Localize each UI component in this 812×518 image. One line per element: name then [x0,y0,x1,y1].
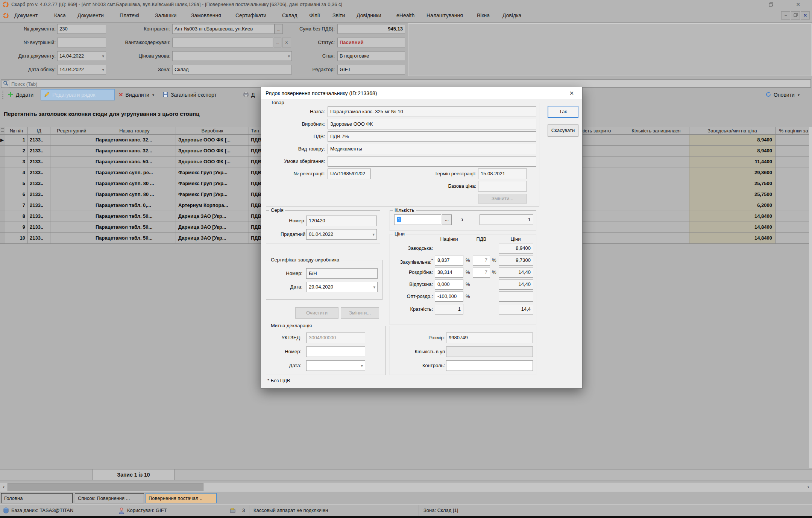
close-icon[interactable]: ✕ [567,89,576,98]
chevron-down-icon[interactable]: ▾ [102,65,104,74]
product-vat-label: ПДВ: [269,131,325,142]
menu-certificates[interactable]: Сертифікати [233,9,269,22]
vertical-scrollbar[interactable] [809,127,812,468]
menu-payments[interactable]: Платежі [117,9,141,22]
wholesale-markup-field[interactable]: -100,000 [435,291,463,302]
tab-home[interactable]: Головна [1,493,73,503]
ok-button[interactable]: Так [548,106,578,118]
cancel-button[interactable]: Скасувати [548,125,578,137]
menu-help[interactable]: Довідка [500,9,524,22]
certificate-date-field[interactable]: 29.04.2020▾ [306,282,378,292]
selling-markup-field[interactable]: 0,000 [435,279,463,290]
header-factory-price[interactable]: Заводська/митна ціна [689,127,776,135]
menu-windows[interactable]: Вікна [475,9,492,22]
internal-number-field[interactable] [57,38,106,47]
menu-ehealth[interactable]: eHealth [394,9,417,22]
chevron-down-icon[interactable]: ▾ [361,361,363,371]
close-icon[interactable]: ✕ [793,0,803,9]
scrollbar-thumb[interactable] [8,483,203,491]
delete-button[interactable]: ✕ Видалити▾ [118,89,154,100]
menu-document[interactable]: Документ [12,9,40,22]
multiplicity-field[interactable]: 1 [435,304,463,314]
account-date-field[interactable]: 14.04.2022▾ [57,65,106,74]
purchase-markup-field[interactable]: 8,837 [435,255,463,266]
minimize-icon[interactable]: — [739,0,750,9]
customs-number-field[interactable] [306,346,365,357]
reg-term-field[interactable]: 15.08.2021 [478,169,527,179]
certificate-number-field[interactable]: Б/Н [306,268,378,279]
mdi-minimize-icon[interactable]: − [781,11,790,20]
tab-return-list[interactable]: Список: Повернення ... [75,493,144,503]
header-name[interactable]: Назва товару [93,127,176,135]
menu-reports[interactable]: Звіти [330,9,347,22]
add-button[interactable]: Додати [8,89,33,100]
restore-icon[interactable] [766,0,776,9]
cell-manufacturer: Здоровье ООО ФК [... [176,135,249,146]
product-vat-field[interactable]: ПДВ 7% [328,131,536,142]
cash-register-icon [229,507,236,515]
dialog-title-bar[interactable]: Рядок повернення постачальнику (ID:21336… [261,87,582,99]
tab-return-supplier[interactable]: Повернення постачал .. [146,493,217,503]
header-num[interactable]: № п/п [5,127,28,135]
cell-id: 2133.. [28,233,50,244]
product-manufacturer-label: Виробник: [269,119,325,129]
contractor-lookup-button[interactable]: ... [275,24,283,34]
customs-date-field[interactable]: ▾ [306,360,365,371]
zone-field[interactable]: Склад [172,65,292,74]
mdi-restore-icon[interactable] [791,11,800,20]
control-field[interactable] [446,360,533,371]
product-manufacturer-field[interactable]: Здоровье ООО ФК [328,119,536,129]
product-name-field[interactable]: Парацетамол капс. 325 мг № 10 [328,106,536,117]
product-kind-field[interactable]: Медикаменты [328,144,536,154]
quantity-lookup-button[interactable]: ... [442,214,452,225]
menu-orders[interactable]: Замовлення [189,9,223,22]
series-number-field[interactable]: 120420 [306,216,377,226]
contractor-field[interactable]: Апт №003 пгт.Барышевка, ул.Киев [172,24,275,34]
retail-price-label: Роздрібна: [392,267,433,278]
header-manufacturer[interactable]: Виробник [176,127,249,135]
horizontal-scrollbar[interactable]: ‹ › [0,483,812,492]
cell-manufacturer: Дарница ЗАО [Укр... [176,222,249,233]
status-cash-status: Кассовый аппарат не подключен [253,505,328,516]
doc-date-label: Дата документу: [3,51,56,61]
sum-field: 945,13 [337,24,405,34]
chevron-down-icon[interactable]: ▾ [373,282,375,292]
menu-branches[interactable]: Філії [307,9,322,22]
series-valid-field[interactable]: 01.04.2022▾ [306,229,377,240]
scroll-left-icon[interactable]: ‹ [0,483,8,492]
quantity-input[interactable]: 1 [394,214,441,225]
scroll-right-icon[interactable]: › [804,483,812,492]
consignee-lookup-button[interactable]: ... [274,38,281,47]
doc-date-field[interactable]: 14.04.2022▾ [57,51,106,61]
doc-number-field[interactable]: 230 [57,24,106,34]
dialog-title: Рядок повернення постачальнику (ID:21336… [266,87,377,99]
menu-kasa[interactable]: Каса [52,9,68,22]
chevron-down-icon[interactable]: ▾ [372,229,375,239]
menu-leftovers[interactable]: Залишки [153,9,179,22]
refresh-button[interactable]: Оновити▾ [765,89,800,100]
menu-settings[interactable]: Налаштування [424,9,465,22]
cell-price: 25,7500 [689,189,776,200]
header-markup-pct[interactable]: % націнки за [776,127,812,135]
product-name-label: Назва: [269,106,325,117]
row-selector: ▶ [0,135,5,146]
product-storage-field[interactable] [328,156,536,167]
vat-col-header: ПДВ [472,236,491,242]
consignee-field[interactable] [172,38,273,47]
price-condition-field[interactable]: ▾ [172,51,292,61]
chevron-down-icon[interactable]: ▾ [102,52,104,61]
export-button[interactable]: Загальний експорт [162,89,217,100]
base-price-field[interactable] [478,181,527,191]
menu-warehouse[interactable]: Склад [280,9,300,22]
header-id[interactable]: ІД [28,127,50,135]
print-button[interactable]: Д [243,89,255,100]
reg-number-field[interactable]: UA/11685/01/02 [328,169,371,179]
menu-directories[interactable]: Довідники [354,9,384,22]
toolbar-grip[interactable] [2,91,3,99]
retail-markup-field[interactable]: 38,314 [435,267,463,278]
edit-row-button[interactable]: Редагувати рядок [41,89,115,100]
menu-documents[interactable]: Документи [75,9,106,22]
header-remaining[interactable]: Кількість залишилася [623,127,689,135]
mdi-close-icon[interactable]: ✕ [801,11,810,20]
header-prescription[interactable]: Рецептурний [50,127,93,135]
